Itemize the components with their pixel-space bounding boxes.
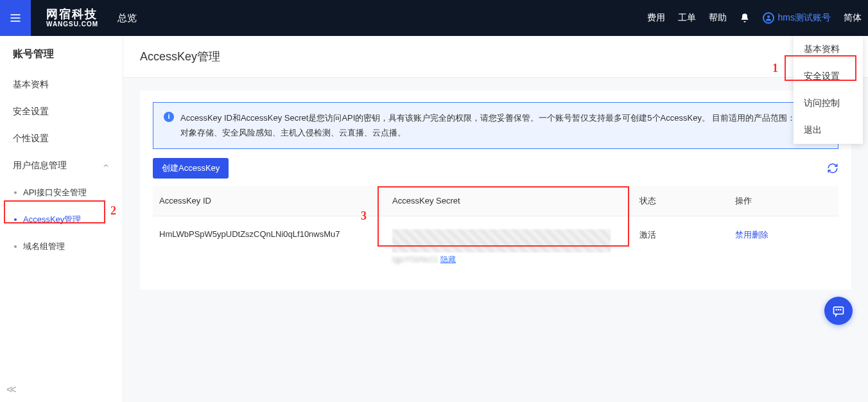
nav-language[interactable]: 简体: [837, 0, 868, 36]
sidebar: 账号管理 基本资料 安全设置 个性设置 用户信息管理 API接口安全管理 Acc…: [0, 36, 123, 402]
content: i AccessKey ID和AccessKey Secret是您访问API的密…: [123, 78, 868, 402]
logo-text-en: WANGSU.COM: [46, 21, 98, 28]
main-area: AccessKey管理 i AccessKey ID和AccessKey Sec…: [123, 36, 868, 402]
dropdown-item-security[interactable]: 安全设置: [794, 63, 863, 90]
page-title: AccessKey管理: [123, 36, 868, 78]
secret-mosaic: [392, 229, 611, 252]
col-secret: AccessKey Secret: [386, 186, 632, 216]
secret-tail-text: tgjuYGtAto11: [392, 255, 438, 264]
username-label: hms测试账号: [778, 12, 831, 24]
sidebar-sub-api-security[interactable]: API接口安全管理: [0, 179, 123, 206]
chat-icon: [832, 304, 845, 317]
annotation-label-2: 2: [110, 204, 116, 218]
accesskey-table: AccessKey ID AccessKey Secret 状态 操作 HmLW…: [153, 186, 838, 278]
col-action: 操作: [729, 186, 838, 216]
hamburger-menu[interactable]: [0, 0, 31, 36]
toolbar: 创建AccessKey: [153, 158, 838, 179]
card: i AccessKey ID和AccessKey Secret是您访问API的密…: [140, 91, 851, 290]
refresh-icon[interactable]: [827, 162, 838, 174]
sidebar-item-security[interactable]: 安全设置: [0, 98, 123, 125]
col-status: 状态: [633, 186, 729, 216]
create-accesskey-button[interactable]: 创建AccessKey: [153, 158, 229, 179]
table-row: HmLWbPSpW5ypUDtZszCQnLNi0qLf10nwsMu7 tgj…: [153, 216, 838, 278]
nav-notifications[interactable]: [733, 0, 756, 36]
sidebar-item-basic[interactable]: 基本资料: [0, 71, 123, 98]
dropdown-item-logout[interactable]: 退出: [794, 117, 863, 144]
sidebar-item-userinfo[interactable]: 用户信息管理: [0, 152, 123, 179]
chat-fab[interactable]: [824, 297, 853, 325]
cell-secret: tgjuYGtAto11 隐藏: [386, 216, 632, 278]
logo[interactable]: 网宿科技 WANGSU.COM: [46, 8, 98, 28]
sidebar-collapse-handle[interactable]: <<: [6, 384, 15, 396]
delete-link[interactable]: 删除: [752, 230, 768, 240]
nav-overview[interactable]: 总览: [117, 12, 137, 24]
info-icon: i: [164, 112, 174, 122]
hamburger-icon: [9, 12, 22, 24]
user-dropdown-menu: 基本资料 安全设置 访问控制 退出: [794, 36, 863, 144]
nav-user[interactable]: hms测试账号: [756, 0, 837, 36]
chevron-up-icon: [102, 162, 110, 170]
dropdown-item-profile[interactable]: 基本资料: [794, 36, 863, 63]
info-alert: i AccessKey ID和AccessKey Secret是您访问API的密…: [153, 102, 838, 149]
avatar-icon: [763, 12, 774, 24]
annotation-label-3: 3: [361, 209, 367, 223]
sidebar-title: 账号管理: [0, 36, 123, 71]
disable-link[interactable]: 禁用: [735, 230, 752, 240]
col-id: AccessKey ID: [153, 186, 386, 216]
top-header: 网宿科技 WANGSU.COM 总览 费用 工单 帮助 hms测试账号 简体 基…: [0, 0, 868, 36]
nav-help[interactable]: 帮助: [702, 0, 733, 36]
sidebar-item-preferences[interactable]: 个性设置: [0, 125, 123, 152]
hide-secret-link[interactable]: 隐藏: [440, 255, 456, 264]
cell-action: 禁用删除: [729, 216, 838, 278]
bell-icon: [740, 13, 750, 23]
annotation-label-1: 1: [772, 62, 778, 75]
logo-text-cn: 网宿科技: [46, 8, 98, 21]
nav-ticket[interactable]: 工单: [672, 0, 702, 36]
svg-point-3: [767, 15, 770, 18]
cell-id: HmLWbPSpW5ypUDtZszCQnLNi0qLf10nwsMu7: [153, 216, 386, 278]
sidebar-sub-accesskey[interactable]: AccessKey管理: [0, 206, 123, 233]
cell-status: 激活: [633, 216, 729, 278]
sidebar-sub-domain-group[interactable]: 域名组管理: [0, 233, 123, 260]
dropdown-item-access-control[interactable]: 访问控制: [794, 90, 863, 117]
header-right: 费用 工单 帮助 hms测试账号 简体: [641, 0, 868, 36]
alert-text: AccessKey ID和AccessKey Secret是您访问API的密钥，…: [180, 110, 828, 141]
nav-fee[interactable]: 费用: [641, 0, 672, 36]
